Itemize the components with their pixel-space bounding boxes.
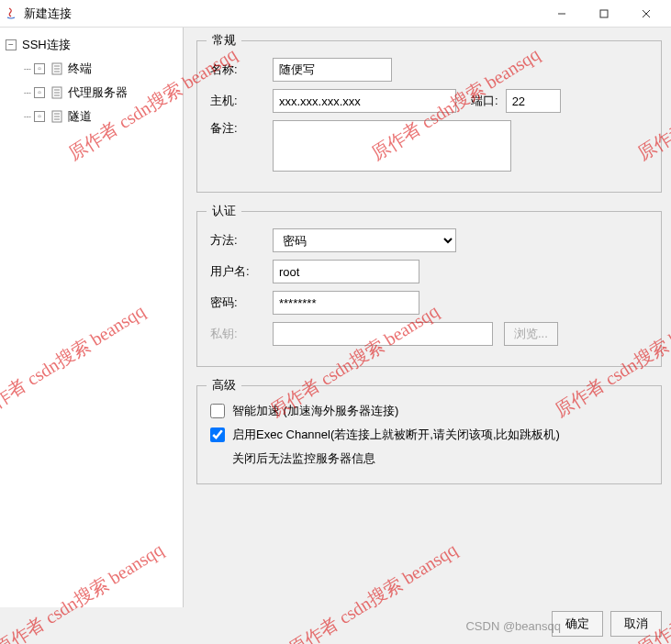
collapse-icon[interactable]: − — [6, 39, 17, 50]
tree-root-label: SSH连接 — [22, 37, 71, 53]
fieldset-general: 常规 名称: 主机: 端口: 备注: — [196, 40, 662, 193]
label-port: 端口: — [471, 93, 498, 109]
document-icon — [50, 110, 63, 123]
leaf-icon: ▫ — [34, 63, 45, 74]
tree-item-proxy[interactable]: ┄ ▫ 代理服务器 — [0, 81, 183, 105]
password-input[interactable] — [273, 291, 419, 315]
tree-root-ssh[interactable]: − SSH连接 — [0, 33, 183, 57]
close-button[interactable] — [625, 0, 667, 28]
watermark-credit: CSDN @beansqq — [465, 619, 561, 633]
tree-item-tunnel[interactable]: ┄ ▫ 隧道 — [0, 105, 183, 128]
method-select[interactable]: 密码 — [273, 228, 456, 252]
document-icon — [50, 62, 63, 75]
sidebar: − SSH连接 ┄ ▫ 终端 ┄ ▫ 代理服务器 ┄ ▫ 隧道 — [0, 28, 184, 607]
tree-item-label: 代理服务器 — [68, 84, 128, 101]
tree-item-terminal[interactable]: ┄ ▫ 终端 — [0, 57, 183, 81]
window-title: 新建连接 — [24, 6, 541, 22]
label-method: 方法: — [210, 232, 273, 249]
svg-rect-1 — [600, 10, 608, 17]
tree-item-label: 终端 — [68, 61, 92, 77]
footer: 确定 取消 — [552, 611, 662, 637]
fieldset-auth: 认证 方法: 密码 用户名: 密码: 私钥: 浏览... — [196, 211, 662, 367]
port-input[interactable] — [506, 89, 561, 113]
host-input[interactable] — [273, 89, 456, 113]
cancel-button[interactable]: 取消 — [610, 611, 662, 637]
name-input[interactable] — [273, 58, 392, 82]
ok-button[interactable]: 确定 — [552, 611, 603, 637]
user-input[interactable] — [273, 260, 419, 283]
remark-input[interactable] — [273, 120, 511, 172]
label-name: 名称: — [210, 61, 273, 78]
tree-item-label: 隧道 — [68, 108, 92, 125]
leaf-icon: ▫ — [34, 87, 45, 98]
legend-advanced: 高级 — [207, 377, 241, 394]
leaf-icon: ▫ — [34, 111, 45, 122]
label-password: 密码: — [210, 294, 273, 311]
fieldset-advanced: 高级 智能加速 (加速海外服务器连接) 启用Exec Channel(若连接上就… — [196, 385, 662, 484]
content-panel: 常规 名称: 主机: 端口: 备注: 认证 方法: 密码 — [184, 28, 671, 607]
exec-channel-label: 启用Exec Channel(若连接上就被断开,请关闭该项,比如跳板机) — [232, 427, 560, 443]
titlebar: 新建连接 — [0, 0, 671, 28]
smart-accel-checkbox[interactable] — [210, 404, 225, 418]
exec-channel-checkbox[interactable] — [210, 427, 225, 442]
maximize-button[interactable] — [583, 0, 625, 28]
label-user: 用户名: — [210, 263, 273, 280]
label-remark: 备注: — [210, 120, 273, 137]
label-host: 主机: — [210, 93, 273, 109]
java-icon — [4, 6, 18, 21]
browse-button: 浏览... — [504, 322, 558, 346]
smart-accel-label: 智能加速 (加速海外服务器连接) — [232, 403, 398, 419]
minimize-button[interactable] — [541, 0, 583, 28]
legend-general: 常规 — [207, 32, 241, 49]
legend-auth: 认证 — [207, 203, 241, 219]
document-icon — [50, 86, 63, 99]
privatekey-input — [273, 322, 493, 346]
label-privatekey: 私钥: — [210, 326, 273, 342]
exec-channel-note: 关闭后无法监控服务器信息 — [210, 450, 648, 467]
